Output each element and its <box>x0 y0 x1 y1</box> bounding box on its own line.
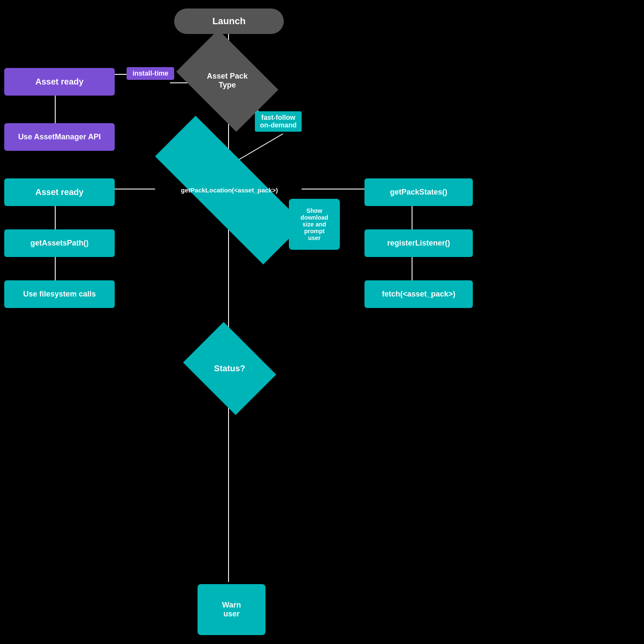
asset-pack-type-label: Asset Pack Type <box>185 51 270 110</box>
get-pack-states-node: getPackStates() <box>364 178 473 206</box>
asset-ready-2-node: Asset ready <box>4 178 115 206</box>
fetch-asset-pack-node: fetch(<asset_pack>) <box>364 280 473 308</box>
get-pack-location-label: getPackLocation(<asset_pack>) <box>153 161 306 219</box>
status-diamond: Status? <box>183 322 276 415</box>
show-download-size-node: Show download size and prompt user <box>289 199 340 250</box>
fast-follow-label: fast-follow on-demand <box>255 111 302 132</box>
connector-lines <box>0 0 644 644</box>
register-listener-node: registerListener() <box>364 229 473 257</box>
flowchart: Launch install-time Asset Pack Type fast… <box>0 0 644 644</box>
install-time-label: install-time <box>127 67 174 80</box>
use-asset-manager-node: Use AssetManager API <box>4 123 115 151</box>
use-filesystem-node: Use filesystem calls <box>4 280 115 308</box>
launch-node: Launch <box>174 8 284 34</box>
warn-user-node: Warn user <box>198 584 266 635</box>
get-assets-path-node: getAssetsPath() <box>4 229 115 257</box>
get-pack-location-diamond: getPackLocation(<asset_pack>) <box>155 116 304 264</box>
status-label: Status? <box>192 340 267 397</box>
asset-ready-1-node: Asset ready <box>4 68 115 96</box>
